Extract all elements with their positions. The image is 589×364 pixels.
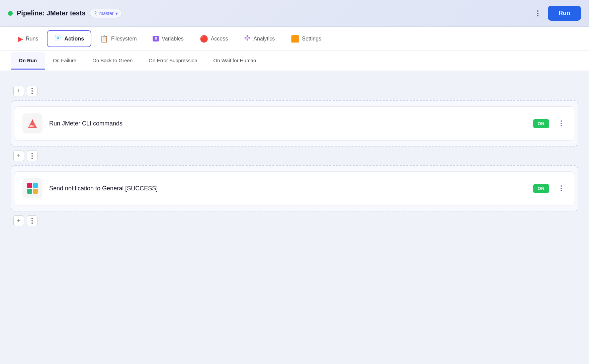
variables-icon: S <box>153 36 159 41</box>
tab-settings-label: Settings <box>302 36 321 42</box>
sub-tab-on-failure[interactable]: On Failure <box>45 52 84 70</box>
svg-point-2 <box>247 35 248 36</box>
slack-card-more-button[interactable] <box>556 183 567 194</box>
main-content: + JM Run JMeter CLI commands ON <box>0 71 589 325</box>
jmeter-on-badge: ON <box>533 119 550 128</box>
add-action-button-top[interactable]: + <box>13 86 24 96</box>
slack-on-badge: ON <box>533 184 550 193</box>
connector-row-bottom: + <box>11 215 578 226</box>
access-icon: 🔴 <box>200 35 208 43</box>
svg-text:JM: JM <box>29 124 34 127</box>
sub-tab-on-back-to-green[interactable]: On Back to Green <box>84 52 141 70</box>
sub-tab-on-error-suppression-label: On Error Suppression <box>149 58 197 63</box>
connector-more-button-middle[interactable] <box>27 151 37 161</box>
tab-runs[interactable]: ▶ Runs <box>11 31 46 47</box>
branch-icon: ᚱ <box>94 10 97 16</box>
svg-point-3 <box>249 37 250 38</box>
jmeter-action-label: Run JMeter CLI commands <box>49 120 526 127</box>
action-card-wrapper-jmeter: JM Run JMeter CLI commands ON <box>11 100 578 147</box>
connector-more-button-top[interactable] <box>27 86 37 96</box>
sub-tab-on-wait-for-human-label: On Wait for Human <box>213 58 256 63</box>
plus-icon: + <box>17 217 21 224</box>
top-bar: Pipeline: JMeter tests ᚱ master ▾ Run <box>0 0 589 27</box>
vertical-dots-icon <box>537 10 538 16</box>
add-action-button-bottom[interactable]: + <box>13 215 24 226</box>
filesystem-icon: 📋 <box>100 35 108 43</box>
settings-icon: 🟧 <box>291 35 299 43</box>
tab-access[interactable]: 🔴 Access <box>192 31 236 47</box>
analytics-icon <box>244 34 251 43</box>
status-dot <box>8 11 13 16</box>
tab-variables-label: Variables <box>162 36 184 42</box>
slack-action-label: Send notification to General [SUCCESS] <box>49 185 526 192</box>
sub-tab-bar: On Run On Failure On Back to Green On Er… <box>0 51 589 71</box>
run-button[interactable]: Run <box>548 6 581 21</box>
jmeter-card-more-button[interactable] <box>556 118 567 129</box>
tab-variables[interactable]: S Variables <box>145 32 191 46</box>
connector-row-middle: + <box>11 151 578 161</box>
sub-tab-on-run-label: On Run <box>19 58 37 63</box>
pipeline-info: Pipeline: JMeter tests ᚱ master ▾ <box>8 9 532 18</box>
top-bar-actions: Run <box>532 6 581 21</box>
vertical-dots-icon <box>561 185 562 191</box>
svg-point-0 <box>57 37 59 39</box>
pipeline-title: Pipeline: JMeter tests <box>17 9 86 17</box>
runs-icon: ▶ <box>18 35 23 43</box>
more-options-button[interactable] <box>532 7 544 19</box>
actions-icon <box>54 34 62 43</box>
action-card-wrapper-slack: Send notification to General [SUCCESS] O… <box>11 165 578 211</box>
connector-more-button-bottom[interactable] <box>27 215 37 226</box>
sub-tab-on-wait-for-human[interactable]: On Wait for Human <box>205 52 264 70</box>
plus-icon: + <box>17 153 21 160</box>
tab-settings[interactable]: 🟧 Settings <box>283 31 329 47</box>
sub-tab-on-error-suppression[interactable]: On Error Suppression <box>141 52 205 70</box>
vertical-dots-icon <box>31 153 33 159</box>
tab-analytics[interactable]: Analytics <box>237 30 282 47</box>
svg-point-4 <box>247 39 248 40</box>
tab-filesystem[interactable]: 📋 Filesystem <box>93 31 144 47</box>
connector-row-top: + <box>11 86 578 96</box>
vertical-dots-icon <box>561 120 562 126</box>
tab-runs-label: Runs <box>26 36 38 42</box>
main-tab-nav: ▶ Runs Actions 📋 Filesystem S Variables … <box>0 27 589 51</box>
sub-tab-on-run[interactable]: On Run <box>11 52 45 70</box>
tab-actions-label: Actions <box>64 36 84 42</box>
action-card-jmeter: JM Run JMeter CLI commands ON <box>14 106 575 141</box>
tab-analytics-label: Analytics <box>253 36 275 42</box>
plus-icon: + <box>17 88 21 95</box>
branch-selector[interactable]: ᚱ master ▾ <box>90 9 122 18</box>
action-card-slack: Send notification to General [SUCCESS] O… <box>14 171 575 205</box>
slack-action-icon <box>22 178 43 198</box>
vertical-dots-icon <box>31 88 33 94</box>
sub-tab-on-failure-label: On Failure <box>53 58 76 63</box>
add-action-button-middle[interactable]: + <box>13 151 24 161</box>
vertical-dots-icon <box>31 218 33 224</box>
jmeter-action-icon: JM <box>22 113 43 133</box>
tab-actions[interactable]: Actions <box>47 30 91 47</box>
svg-point-1 <box>245 37 246 38</box>
branch-label: master <box>99 11 114 16</box>
tab-filesystem-label: Filesystem <box>111 36 137 42</box>
sub-tab-on-back-to-green-label: On Back to Green <box>92 58 133 63</box>
tab-access-label: Access <box>211 36 228 42</box>
chevron-down-icon: ▾ <box>115 11 118 16</box>
